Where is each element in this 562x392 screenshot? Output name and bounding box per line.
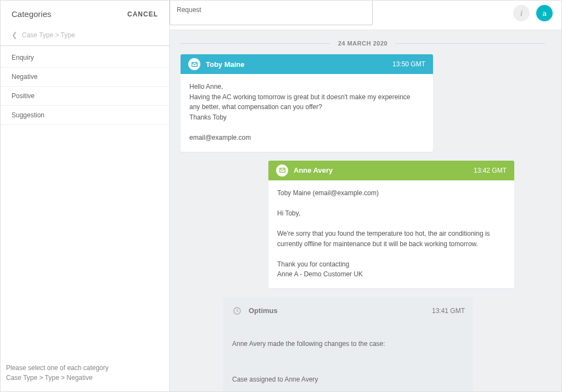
message-customer: Toby Maine 13:50 GMT Hello Anne, Having … [181, 54, 433, 152]
conversation-thread: 24 MARCH 2020 Toby Maine 13:50 GMT Hello… [170, 30, 561, 391]
category-item-enquiry[interactable]: Enquiry [1, 48, 169, 67]
footer-path: Case Type > Type > Negative [6, 373, 164, 383]
message-time: 13:42 GMT [474, 167, 507, 174]
message-body: Toby Maine (email@example.com) Hi Toby, … [268, 180, 514, 288]
main-panel: Request i a 24 MARCH 2020 Toby Maine 13:… [170, 1, 561, 391]
footer-hint: Please select one of each category [6, 363, 164, 373]
breadcrumb[interactable]: ❮ Case Type > Type [1, 26, 169, 46]
message-system: Optimus 13:41 GMT Anne Avery made the fo… [223, 297, 473, 391]
mail-icon [276, 164, 288, 177]
app-frame: Categories CANCEL ❮ Case Type > Type Enq… [0, 0, 562, 392]
message-header: Anne Avery 13:42 GMT [268, 161, 514, 180]
message-header: Toby Maine 13:50 GMT [181, 54, 433, 74]
categories-sidebar: Categories CANCEL ❮ Case Type > Type Enq… [1, 1, 170, 391]
message-header: Optimus 13:41 GMT [223, 297, 473, 321]
system-line-1: Anne Avery made the following changes to… [232, 339, 464, 349]
date-separator-label: 24 MARCH 2020 [330, 40, 395, 47]
avatar[interactable]: a [536, 5, 553, 21]
message-author: Toby Maine [206, 60, 245, 69]
message-author: Anne Avery [294, 166, 333, 174]
breadcrumb-text: Case Type > Type [22, 31, 75, 39]
date-separator: 24 MARCH 2020 [181, 40, 545, 47]
clock-icon [231, 305, 243, 317]
category-list: Enquiry Negative Positive Suggestion [1, 46, 169, 355]
cancel-button[interactable]: CANCEL [127, 10, 158, 18]
system-line-2: Case assigned to Anne Avery [232, 374, 464, 385]
message-time: 13:50 GMT [392, 60, 425, 68]
message-agent: Anne Avery 13:42 GMT Toby Maine (email@e… [268, 161, 514, 288]
sidebar-footer: Please select one of each category Case … [1, 355, 169, 391]
category-item-negative[interactable]: Negative [1, 67, 169, 87]
mail-icon [188, 58, 200, 70]
message-time: 13:41 GMT [432, 307, 465, 315]
message-author: Optimus [249, 306, 278, 315]
category-item-positive[interactable]: Positive [1, 87, 169, 106]
message-body: Anne Avery made the following changes to… [223, 321, 473, 391]
category-item-suggestion[interactable]: Suggestion [1, 106, 169, 125]
message-body: Hello Anne, Having the AC working tomorr… [181, 74, 433, 152]
sidebar-title: Categories [12, 9, 52, 19]
request-field[interactable]: Request [170, 1, 373, 25]
sidebar-header: Categories CANCEL [1, 1, 169, 26]
chevron-left-icon: ❮ [12, 31, 18, 39]
topbar: Request i a [170, 1, 561, 30]
info-icon[interactable]: i [513, 5, 530, 21]
